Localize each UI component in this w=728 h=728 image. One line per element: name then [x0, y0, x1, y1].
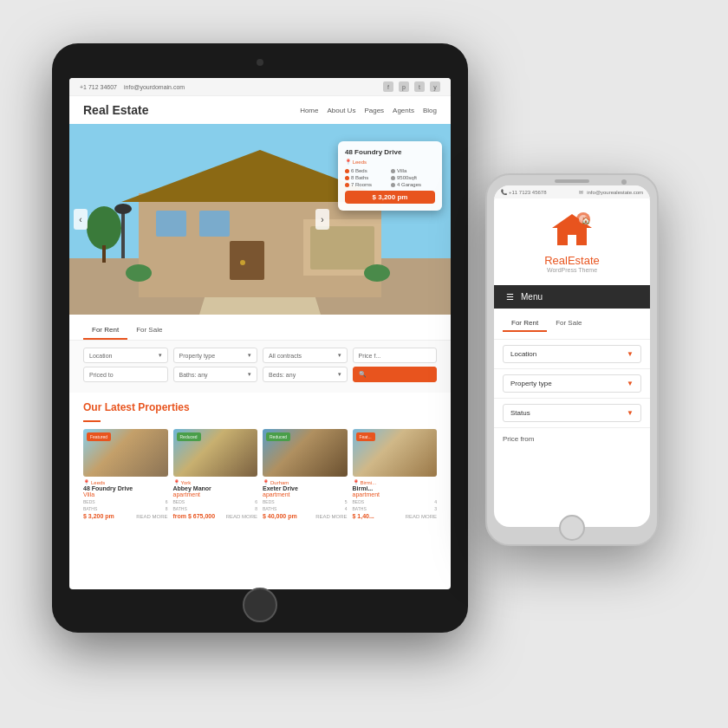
phone-price-label: Price from [503, 435, 641, 443]
property-bottom: $ 40,000 pm READ MORE [263, 513, 348, 519]
property-type: Villa [83, 491, 168, 497]
phone-tab-for-rent[interactable]: For Rent [503, 315, 547, 332]
property-location: 📍 York [173, 479, 258, 485]
filter-row-2: Priced to Baths: any▾ Beds: any▾ 🔍 [83, 367, 437, 382]
twitter-icon[interactable]: t [414, 81, 425, 92]
phone-logo-icon: 🏠 [550, 211, 594, 249]
phone-camera [621, 179, 627, 185]
property-image: Reduced [263, 429, 348, 477]
svg-rect-9 [230, 241, 264, 280]
phone-logo-text: RealEstate [503, 254, 641, 267]
read-more-link[interactable]: READ MORE [315, 514, 347, 519]
phone-price-section: Price from [494, 428, 650, 450]
svg-rect-14 [102, 245, 106, 263]
tablet-device: +1 712 34607 info@yourdomain.com f p t y… [52, 43, 468, 633]
phone-menu-bar[interactable]: ☰ Menu [494, 285, 650, 309]
topbar-left: +1 712 34607 info@yourdomain.com [80, 84, 185, 90]
nav-blog[interactable]: Blog [423, 107, 437, 114]
youtube-icon[interactable]: y [430, 81, 440, 92]
search-button[interactable]: 🔍 [353, 367, 438, 382]
sqft-dot [391, 176, 395, 180]
phone-home-button[interactable] [559, 515, 585, 541]
phone-screen: 📞 +11 7123 45678 ✉ info@yourealestate.co… [494, 185, 650, 527]
status-filter-arrow: ▼ [627, 409, 634, 417]
property-type: apartment [173, 491, 258, 497]
phone-logo-subtext: WordPress Theme [503, 267, 641, 273]
property-type-filter-label: Property type [510, 380, 552, 387]
location-filter-arrow: ▼ [627, 350, 634, 358]
detail-baths: 8 Baths [345, 175, 389, 180]
contracts-filter[interactable]: All contracts▾ [263, 348, 348, 363]
garages-dot [391, 183, 395, 187]
property-info: 📍 Birmi... Birmi... apartment BEDS4 BATH… [353, 477, 438, 522]
property-meta: BEDS5 [263, 499, 348, 504]
tab-for-rent[interactable]: For Rent [83, 322, 127, 340]
location-filter-section: Location ▼ [494, 340, 650, 369]
hero-prev-button[interactable]: ‹ [74, 209, 88, 230]
detail-type: Villa [391, 168, 435, 173]
tablet-home-button[interactable] [243, 588, 277, 622]
location-filter-label: Location [510, 350, 536, 358]
facebook-icon[interactable]: f [383, 81, 393, 92]
property-image: Reduced [173, 429, 258, 477]
beds-filter[interactable]: Beds: any▾ [263, 367, 348, 382]
nav-about[interactable]: About Us [327, 107, 355, 114]
list-item: Feat... 📍 Birmi... Birmi... apartment BE… [353, 429, 438, 522]
logo-svg: 🏠 [550, 211, 594, 249]
status-filter-row[interactable]: Status ▼ [503, 404, 641, 422]
property-bottom: $ 1,40... READ MORE [353, 513, 438, 519]
status-filter-section: Status ▼ [494, 399, 650, 428]
scene: +1 712 34607 info@yourdomain.com f p t y… [0, 0, 728, 728]
read-more-link[interactable]: READ MORE [136, 514, 167, 519]
baths-filter[interactable]: Baths: any▾ [173, 367, 258, 382]
phone-topbar-left: 📞 +11 7123 45678 [501, 189, 547, 195]
properties-section: Our Latest Properties Featured 📍 Leeds 4… [69, 393, 451, 530]
location-filter-row[interactable]: Location ▼ [503, 345, 641, 363]
property-name: Abbey Manor [173, 485, 258, 491]
phone-topbar-right: ✉ info@yourealestate.com [579, 189, 643, 195]
hero-next-button[interactable]: › [315, 209, 329, 230]
phone-topbar: 📞 +11 7123 45678 ✉ info@yourealestate.co… [494, 185, 650, 198]
nav-home[interactable]: Home [300, 107, 318, 114]
list-item: Reduced 📍 Durham Exeter Drive apartment … [263, 429, 348, 522]
phone-tab-for-sale[interactable]: For Sale [547, 315, 590, 332]
property-baths: BATHS8 [83, 506, 168, 511]
card-price[interactable]: $ 3,200 pm [345, 191, 435, 204]
hero-section: 48 Foundry Drive 📍 Leeds 6 Beds Villa [69, 124, 451, 315]
property-type-filter[interactable]: Property type▾ [173, 348, 258, 363]
property-location: 📍 Birmi... [353, 479, 438, 485]
property-badge: Reduced [266, 432, 290, 441]
tab-for-sale[interactable]: For Sale [127, 322, 171, 340]
beds-dot [345, 169, 349, 173]
detail-sqft: 9500sqft [391, 175, 435, 180]
phone-tabs: For Rent For Sale [494, 309, 650, 340]
price-filter[interactable]: Price f... [353, 348, 438, 363]
property-type-filter-row[interactable]: Property type ▼ [503, 374, 641, 393]
card-details: 6 Beds Villa 8 Baths 9500sqft [345, 168, 435, 187]
property-info: 📍 Leeds 48 Foundry Drive Villa BEDS6 BAT… [83, 477, 168, 522]
nav-agents[interactable]: Agents [393, 107, 414, 114]
property-name: 48 Foundry Drive [83, 485, 168, 491]
property-grid: Featured 📍 Leeds 48 Foundry Drive Villa … [83, 429, 437, 522]
property-card: 48 Foundry Drive 📍 Leeds 6 Beds Villa [338, 141, 442, 211]
property-baths: BATHS8 [173, 506, 258, 511]
property-type: apartment [353, 491, 438, 497]
type-dot [391, 169, 395, 173]
tablet-screen: +1 712 34607 info@yourdomain.com f p t y… [69, 78, 451, 589]
location-filter[interactable]: Location▾ [83, 348, 168, 363]
svg-point-10 [240, 260, 245, 265]
property-location: 📍 Leeds [83, 479, 168, 485]
property-name: Birmi... [353, 485, 438, 491]
pinterest-icon[interactable]: p [399, 81, 409, 92]
price-to-filter[interactable]: Priced to [83, 367, 168, 382]
property-baths: BATHS3 [353, 506, 438, 511]
read-more-link[interactable]: READ MORE [406, 514, 437, 519]
property-bottom: from $ 675,000 READ MORE [173, 513, 258, 519]
svg-rect-8 [199, 211, 230, 237]
svg-point-12 [114, 204, 132, 214]
read-more-link[interactable]: READ MORE [226, 514, 257, 519]
svg-rect-6 [310, 226, 374, 270]
nav-pages[interactable]: Pages [364, 107, 384, 114]
property-price: from $ 675,000 [173, 513, 216, 519]
property-name: Exeter Drive [263, 485, 348, 491]
